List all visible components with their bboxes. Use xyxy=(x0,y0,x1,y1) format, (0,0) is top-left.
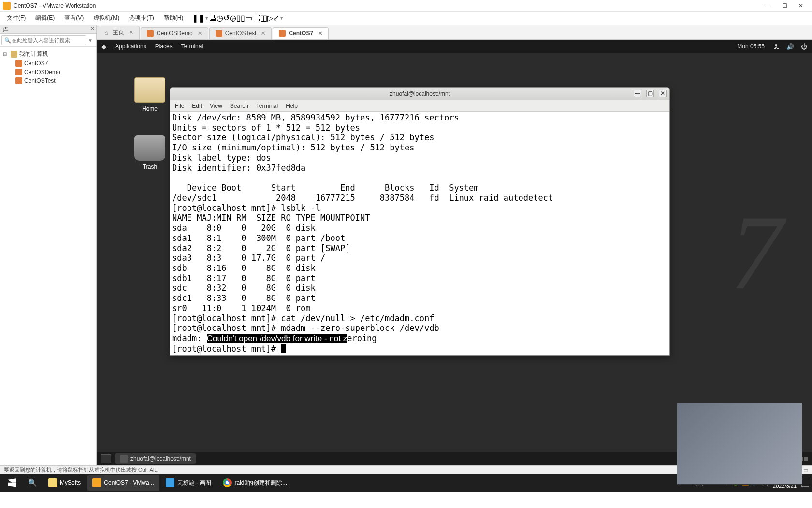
taskbar-label: raid0的创建和删除... xyxy=(234,479,287,487)
icon-label: Home xyxy=(130,105,169,112)
library-header: 库 ✕ xyxy=(0,25,96,34)
terminal-menu-file[interactable]: File xyxy=(175,103,184,109)
menu-tab[interactable]: 选项卡(T) xyxy=(124,14,159,22)
menu-view[interactable]: 查看(V) xyxy=(59,14,88,22)
gnome-menu-applications[interactable]: Applications xyxy=(115,43,146,50)
vm-icon xyxy=(279,30,286,37)
vmware-titlebar: CentOS7 - VMware Workstation — ☐ ✕ xyxy=(0,0,812,12)
menu-file[interactable]: 文件(F) xyxy=(2,14,30,22)
close-panel-icon[interactable]: ✕ xyxy=(90,26,94,31)
manage-icon[interactable]: ◶ xyxy=(230,14,236,23)
tab-centostest[interactable]: CentOSTest ✕ xyxy=(209,27,272,39)
volume-icon[interactable]: 🔊 xyxy=(786,43,794,50)
screen-icon[interactable]: ▷ xyxy=(267,14,273,23)
vm-tree: ⊟ 我的计算机 CentOS7 CentOSDemo CentOSTest xyxy=(0,47,96,87)
home-folder-icon[interactable]: Home xyxy=(130,77,169,112)
status-device-icon[interactable]: ▭ xyxy=(803,467,808,473)
taskbar-chrome[interactable]: raid0的创建和删除... xyxy=(218,475,292,491)
stretch-icon[interactable]: ⤢ xyxy=(273,14,279,23)
chrome-icon xyxy=(223,478,232,487)
dropdown-icon[interactable]: ▼ xyxy=(204,16,209,21)
tree-vm-centostest[interactable]: CentOSTest xyxy=(1,76,95,85)
gnome-clock[interactable]: Mon 05:55 xyxy=(737,43,765,50)
tab-centos7[interactable]: CentOS7 ✕ xyxy=(273,27,329,39)
clock-icon[interactable]: ◷ xyxy=(217,14,223,23)
tree-vm-centos7[interactable]: CentOS7 xyxy=(1,59,95,68)
start-button[interactable] xyxy=(3,475,21,491)
icon-label: Trash xyxy=(130,164,169,170)
gnome-activities-icon[interactable]: ◆ xyxy=(102,43,106,50)
tab-centosdemo[interactable]: CentOSDemo ✕ xyxy=(141,27,208,39)
search-input[interactable] xyxy=(1,35,86,45)
terminal-menu-help[interactable]: Help xyxy=(286,103,298,109)
unity-icon[interactable]: ◫ xyxy=(260,14,267,23)
trash-icon[interactable]: Trash xyxy=(130,135,169,170)
vm-icon xyxy=(216,30,222,37)
terminal-window[interactable]: zhuofai@localhost:/mnt — ▢ ✕ File Edit V… xyxy=(170,87,670,356)
search-icon: 🔍 xyxy=(28,478,37,487)
taskbar-paint[interactable]: 无标题 - 画图 xyxy=(161,475,217,491)
library-sidebar: 库 ✕ 🔍 ▼ ⊟ 我的计算机 CentOS7 CentOSDemo xyxy=(0,25,97,465)
task-label: zhuofai@localhost:/mnt xyxy=(130,455,191,462)
computer-icon xyxy=(11,51,17,58)
network-icon[interactable]: 🖧 xyxy=(773,43,780,50)
layout2-icon[interactable]: ▭ xyxy=(245,14,252,23)
tab-label: 主页 xyxy=(113,29,124,37)
home-icon: ⌂ xyxy=(103,30,110,36)
minimize-button[interactable]: — xyxy=(760,0,776,12)
menu-edit[interactable]: 编辑(E) xyxy=(30,14,59,22)
terminal-menu-view[interactable]: View xyxy=(210,103,222,109)
terminal-minimize-icon[interactable]: — xyxy=(634,90,641,97)
gnome-menu-terminal[interactable]: Terminal xyxy=(181,43,203,50)
gnome-topbar: ◆ Applications Places Terminal Mon 05:55… xyxy=(97,40,812,53)
taskbar-terminal[interactable]: zhuofai@localhost:/mnt xyxy=(115,453,196,464)
revert-icon[interactable]: ↺ xyxy=(223,14,230,23)
library-label: 库 xyxy=(3,27,8,32)
gnome-menu-places[interactable]: Places xyxy=(155,43,173,50)
tab-close-icon[interactable]: ✕ xyxy=(318,30,322,37)
tab-home[interactable]: ⌂ 主页 ✕ xyxy=(97,26,140,39)
terminal-menu-edit[interactable]: Edit xyxy=(192,103,202,109)
tab-close-icon[interactable]: ✕ xyxy=(261,30,265,37)
layout1-icon[interactable]: ▯▯ xyxy=(236,14,245,23)
tab-close-icon[interactable]: ✕ xyxy=(129,30,133,36)
tab-close-icon[interactable]: ✕ xyxy=(198,30,202,37)
terminal-menu-terminal[interactable]: Terminal xyxy=(256,103,278,109)
pause-icon[interactable]: ❚❚ xyxy=(192,14,204,23)
search-button[interactable]: 🔍 xyxy=(23,475,42,491)
taskbar-vmware[interactable]: CentOS7 - VMwa... xyxy=(87,475,159,491)
dropdown2-icon[interactable]: ▼ xyxy=(279,16,284,21)
vmware-icon xyxy=(92,478,101,487)
tree-vm-centosdemo[interactable]: CentOSDemo xyxy=(1,68,95,76)
wallpaper-7-glyph: 7 xyxy=(730,192,783,314)
terminal-menubar: File Edit View Search Terminal Help xyxy=(170,100,669,112)
taskbar-label: MySofts xyxy=(60,479,81,486)
close-button[interactable]: ✕ xyxy=(793,0,809,12)
menu-help[interactable]: 帮助(H) xyxy=(159,14,188,22)
gnome-desktop[interactable]: 7 Home Trash zhuofai@localhost:/mnt — ▢ xyxy=(97,53,812,452)
fullscreen-icon[interactable]: ⛶ xyxy=(252,14,260,23)
tree-root[interactable]: ⊟ 我的计算机 xyxy=(1,49,95,59)
window-title: CentOS7 - VMware Workstation xyxy=(14,2,760,9)
terminal-title-text: zhuofai@localhost:/mnt xyxy=(390,90,450,97)
tree-vm-label: CentOSTest xyxy=(24,77,56,84)
snapshot-icon[interactable]: 🖶 xyxy=(209,14,217,23)
terminal-output[interactable]: Disk /dev/sdc: 8589 MB, 8589934592 bytes… xyxy=(170,112,669,355)
tab-label: CentOS7 xyxy=(289,30,313,37)
notification-icon[interactable] xyxy=(801,479,809,487)
tree-vm-label: CentOS7 xyxy=(24,60,48,67)
taskbar-label: CentOS7 - VMwa... xyxy=(104,479,154,486)
terminal-maximize-icon[interactable]: ▢ xyxy=(646,90,654,97)
collapse-icon[interactable]: ⊟ xyxy=(3,51,9,57)
vm-tabs: ⌂ 主页 ✕ CentOSDemo ✕ CentOSTest ✕ CentOS7… xyxy=(97,25,812,40)
search-dropdown-icon[interactable]: ▼ xyxy=(86,38,95,43)
terminal-titlebar[interactable]: zhuofai@localhost:/mnt — ▢ ✕ xyxy=(170,88,669,100)
terminal-menu-search[interactable]: Search xyxy=(230,103,248,109)
menu-vm[interactable]: 虚拟机(M) xyxy=(88,14,124,22)
power-icon[interactable]: ⏻ xyxy=(801,43,807,50)
guest-display[interactable]: ◆ Applications Places Terminal Mon 05:55… xyxy=(97,40,812,465)
show-desktop-icon[interactable] xyxy=(101,454,111,463)
taskbar-mysofts[interactable]: MySofts xyxy=(44,475,86,491)
maximize-button[interactable]: ☐ xyxy=(776,0,793,12)
terminal-close-icon[interactable]: ✕ xyxy=(659,90,667,97)
